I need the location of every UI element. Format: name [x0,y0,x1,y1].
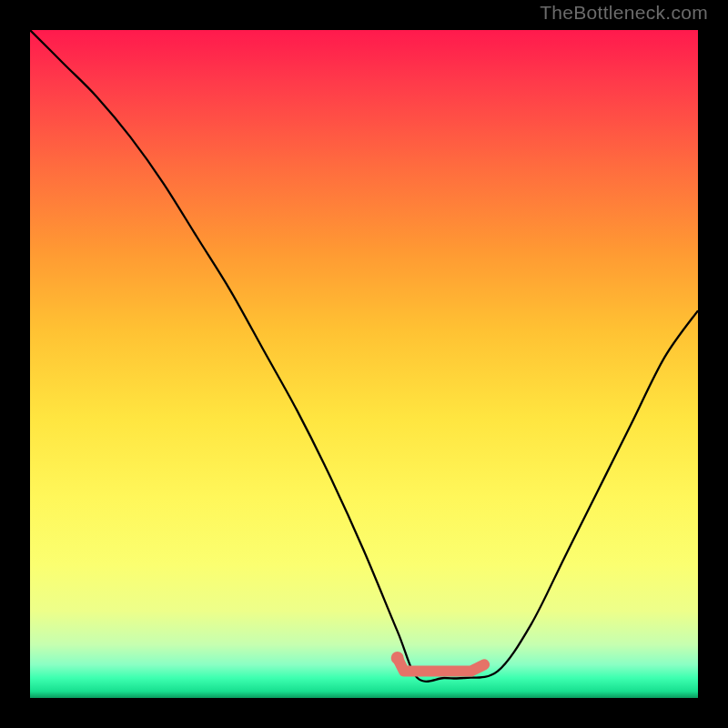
bottleneck-curve [30,30,698,682]
sweet-spot-start-dot [391,652,404,664]
watermark-text: TheBottleneck.com [540,2,708,24]
sweet-spot-marker [398,658,484,672]
chart-svg [30,30,698,698]
chart-frame: TheBottleneck.com [0,0,728,728]
plot-area [30,30,698,698]
